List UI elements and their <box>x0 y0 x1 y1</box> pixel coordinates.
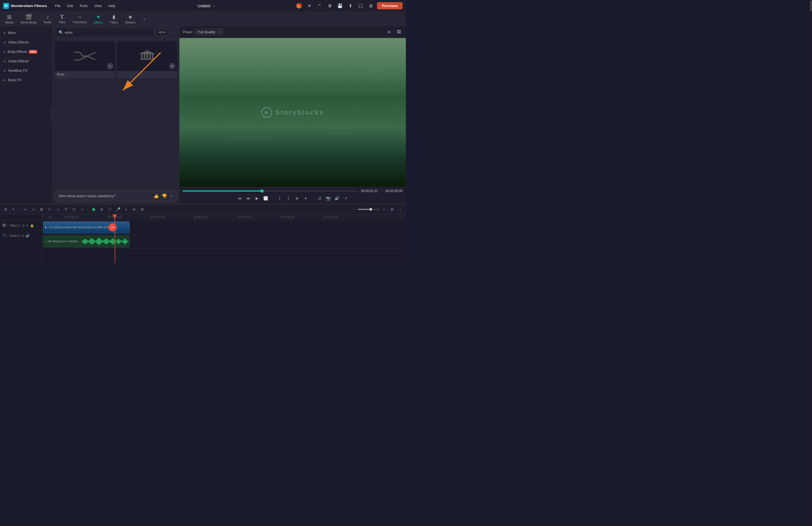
reverb-download-button[interactable]: ⬇ <box>169 63 175 69</box>
add-track-icon[interactable]: ⊞ <box>22 224 25 228</box>
thumbdown-button[interactable]: 👎 <box>162 193 167 199</box>
play-button[interactable]: ▶ <box>253 194 261 202</box>
mark-in-button[interactable]: { <box>276 194 284 202</box>
text-button[interactable]: T <box>62 206 69 213</box>
zoom-out-button[interactable]: − <box>350 206 357 213</box>
clip-options-button[interactable]: ▾ <box>302 194 309 202</box>
building-icon <box>139 48 155 64</box>
filter-dropdown[interactable]: All ▾ <box>156 29 168 36</box>
delete-button[interactable]: 🗑 <box>38 206 45 213</box>
effects-search-bar: 🔍 All ▾ ··· <box>53 26 179 39</box>
frame-back-button[interactable]: ⏭ <box>245 194 252 202</box>
volume-icon[interactable]: 🔊 <box>26 234 30 238</box>
subtitles-button[interactable]: ≡ <box>122 206 130 213</box>
eye-icon[interactable]: 👁 <box>26 224 29 228</box>
add-clip-button[interactable]: ⊞ <box>139 206 146 213</box>
progress-track[interactable] <box>183 190 359 191</box>
search-icon: 🔍 <box>59 30 63 34</box>
timeline-select-button[interactable]: ↖ <box>10 206 17 213</box>
ruler-mark-7: 00:00:11:20 <box>323 216 338 219</box>
toolbar-effects[interactable]: ✦ Effects <box>91 13 106 25</box>
upload-icon[interactable]: ⬆ <box>346 2 354 10</box>
newblue-arrow: ▶ <box>4 69 6 72</box>
photo-view-button[interactable]: 🖼 <box>395 28 403 35</box>
shield-button[interactable]: 🛡 <box>106 206 113 213</box>
audio-clip[interactable]: ♪ rain dropping in a flooding ground <box>43 235 130 247</box>
toolbar-stickers[interactable]: ★ Stickers <box>122 13 139 25</box>
export-frame-button[interactable]: ⊡ <box>316 194 323 202</box>
timeline-grid-button[interactable]: ⊞ <box>389 206 396 213</box>
video-background: ⊕ Storyblocks <box>179 38 406 187</box>
purchase-button[interactable]: Purchase <box>377 2 403 10</box>
sidebar-item-body-effects[interactable]: ▶ Body Effects NEW <box>0 47 52 56</box>
volume-button[interactable]: 🔊 <box>333 194 341 202</box>
progress-fill <box>183 190 262 191</box>
left-sidebar: ▶ Mine ▶ Video Effects ▶ Body Effects NE… <box>0 26 53 204</box>
crop-button[interactable]: ⊡ <box>70 206 77 213</box>
gift-icon[interactable]: 🎁 <box>295 2 303 10</box>
progress-thumb[interactable] <box>260 189 264 193</box>
feedback-close-button[interactable]: ✕ <box>170 194 173 198</box>
toolbar-audio[interactable]: ♪ Audio <box>41 13 55 25</box>
svg-rect-3 <box>141 54 143 59</box>
ai-button[interactable]: ⊕ <box>131 206 137 213</box>
forward-button[interactable]: » <box>78 206 86 213</box>
cut-button[interactable]: ✂ <box>46 206 53 213</box>
sidebar-item-mine[interactable]: ▶ Mine <box>0 28 52 38</box>
zoom-slider[interactable] <box>358 209 379 210</box>
timeline-snap-button[interactable]: ⊞ <box>2 206 9 213</box>
toolbar-filters[interactable]: ⧫ Filters <box>106 13 121 25</box>
cut-indicator[interactable]: ✂ <box>108 223 117 231</box>
redo-button[interactable]: ↪ <box>30 206 37 213</box>
nav-tools[interactable]: Tools <box>77 3 90 9</box>
audio-settings-icon[interactable]: 🎧 <box>357 2 365 10</box>
grid-view-button[interactable]: ⊞ <box>385 28 393 35</box>
zoom-in-button[interactable]: + <box>380 206 388 213</box>
video-clip[interactable]: ▶ it-is-raining-outside-rain-drop-break-… <box>43 221 130 233</box>
nav-file[interactable]: File <box>52 3 63 9</box>
mobile-icon[interactable]: 📱 <box>316 2 323 10</box>
mark-out-button[interactable]: } <box>285 194 292 202</box>
grid-icon[interactable]: ⊞ <box>367 2 375 10</box>
quality-selector[interactable]: Full Quality 1/2 Quality 1/4 Quality ▾ <box>195 29 223 35</box>
toolbar-stock-media[interactable]: 🎬 Stock Media <box>17 13 40 25</box>
timeline-head-button[interactable]: ◉ <box>90 206 97 213</box>
sidebar-item-video-effects[interactable]: ▶ Video Effects <box>0 38 52 47</box>
save-icon[interactable]: 💾 <box>336 2 344 10</box>
fullscreen-button[interactable]: ⬜ <box>262 194 270 202</box>
nav-view[interactable]: View <box>91 3 104 9</box>
share-icon[interactable]: ✈ <box>305 2 313 10</box>
thumbup-button[interactable]: 👍 <box>154 193 159 199</box>
more-options-button[interactable]: ··· <box>170 29 176 36</box>
main-layout: ▶ Mine ▶ Video Effects ▶ Body Effects NE… <box>0 26 406 204</box>
zoom-thumb[interactable] <box>369 208 372 211</box>
effect-card-echo[interactable]: + Echo <box>55 41 115 78</box>
sidebar-item-audio-effects[interactable]: ▶ Audio Effects <box>0 56 52 66</box>
toolbar-transitions[interactable]: ↔ Transitions <box>69 13 90 25</box>
skip-back-button[interactable]: ⏮ <box>236 194 244 202</box>
monitor-icon[interactable]: 🖥 <box>326 2 334 10</box>
timeline-dots-button[interactable]: ⋮ <box>397 206 404 213</box>
video-track-row: ▶ it-is-raining-outside-rain-drop-break-… <box>42 220 406 234</box>
undo-button[interactable]: ↩ <box>22 206 29 213</box>
mic-button[interactable]: 🎤 <box>114 206 121 213</box>
lock-icon[interactable]: 🔒 <box>30 224 34 228</box>
transitions-icon: ↔ <box>77 14 82 20</box>
effect-card-reverb[interactable]: ⬇ <box>117 41 177 78</box>
echo-add-button[interactable]: + <box>107 63 113 69</box>
quality-select[interactable]: Full Quality 1/2 Quality 1/4 Quality <box>195 29 223 35</box>
screenshot-button[interactable]: 📷 <box>325 194 332 202</box>
speed-button[interactable]: ↗ <box>342 194 349 202</box>
sidebar-item-newblue-fx[interactable]: ▶ NewBlue FX <box>0 66 52 75</box>
toolbar-more-button[interactable]: › <box>140 15 148 23</box>
search-input[interactable] <box>65 30 151 34</box>
clip-to-timeline-button[interactable]: ⊕ <box>293 194 301 202</box>
audio-detach-button[interactable]: ♫ <box>54 206 61 213</box>
sidebar-item-boris-fx[interactable]: ▶ Boris FX <box>0 75 52 85</box>
toolbar-media[interactable]: ⊞ Media <box>2 13 17 25</box>
nav-edit[interactable]: Edit <box>64 3 75 9</box>
toolbar-titles[interactable]: T Titles <box>55 13 69 25</box>
nav-help[interactable]: Help <box>105 3 118 9</box>
effects-on-timeline[interactable]: ⊛ <box>98 206 105 213</box>
add-audio-icon[interactable]: ⊞ <box>22 234 25 238</box>
